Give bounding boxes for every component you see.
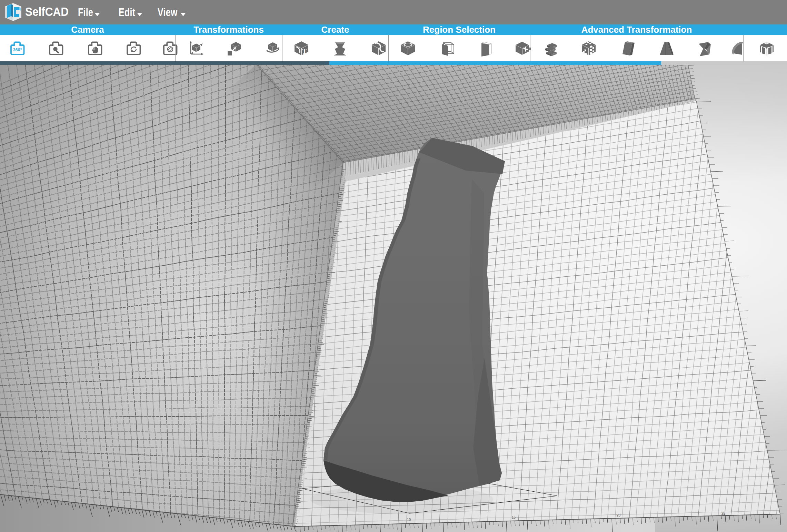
svg-text:25: 25 [721,512,726,515]
svg-text:360°: 360° [13,48,22,52]
svg-text:20: 20 [617,513,621,517]
svg-text:T: T [302,47,307,55]
svg-text:10: 10 [407,518,411,522]
svg-text:15: 15 [512,515,516,519]
